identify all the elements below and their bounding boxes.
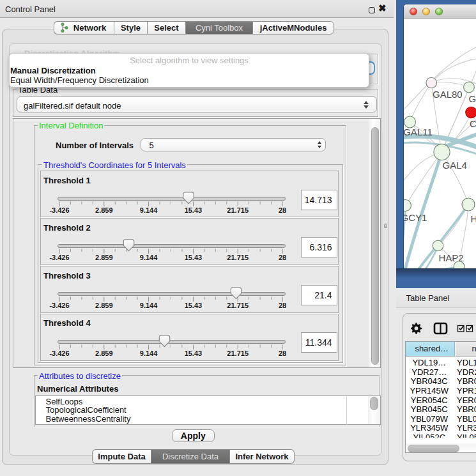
svg-text:HA: HA: [470, 213, 476, 224]
svg-text:GCY1: GCY1: [404, 211, 427, 222]
svg-text:CO: CO: [470, 118, 476, 129]
svg-text:GAL4: GAL4: [442, 159, 466, 170]
svg-text:GAL: GAL: [468, 93, 476, 104]
svg-text:GAL11: GAL11: [404, 127, 433, 137]
svg-text:HAP2: HAP2: [438, 252, 463, 263]
svg-text:GAL80: GAL80: [433, 89, 463, 100]
